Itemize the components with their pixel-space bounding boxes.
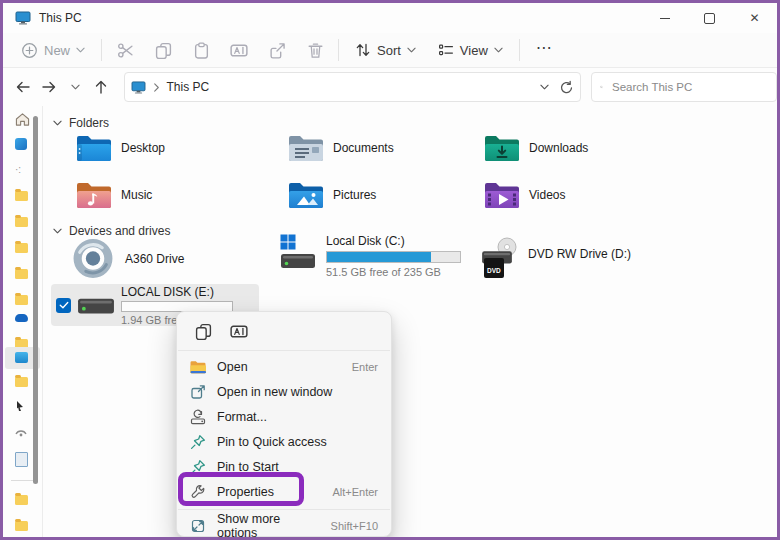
this-pc-app-icon	[15, 11, 31, 25]
paste-button[interactable]	[186, 37, 216, 63]
folder-tile-label: Desktop	[121, 141, 165, 155]
forward-icon	[41, 79, 57, 95]
delete-button[interactable]	[300, 37, 330, 63]
menu-item-format[interactable]: Format...	[177, 404, 391, 429]
sidebar-item-folder[interactable]	[15, 240, 31, 254]
minimize-button[interactable]	[642, 3, 687, 33]
chevron-down-icon	[494, 47, 503, 53]
rename-button[interactable]	[224, 37, 254, 63]
folders-section-header[interactable]: Folders	[53, 116, 109, 130]
drive-tile-a360[interactable]: A360 Drive	[70, 237, 184, 280]
drive-tile-dvd[interactable]: DVD DVD RW Drive (D:)	[481, 237, 631, 271]
folder-tile-documents[interactable]: Documents	[288, 133, 394, 163]
folder-tile-label: Music	[121, 188, 152, 202]
navigation-pane: ·:	[3, 106, 43, 537]
sidebar-item-network[interactable]	[15, 426, 31, 440]
sidebar-item-folder[interactable]	[15, 188, 31, 202]
search-input[interactable]	[610, 80, 768, 94]
sidebar-item-folder[interactable]	[15, 292, 31, 306]
address-bar[interactable]: This PC	[124, 72, 582, 102]
sidebar-item-more[interactable]: ·:	[15, 164, 31, 178]
close-button[interactable]: ✕	[732, 3, 777, 33]
up-icon	[93, 79, 109, 95]
sidebar-item-folder[interactable]	[15, 266, 31, 280]
menu-item-show-more-options[interactable]: Show more options Shift+F10	[177, 513, 391, 538]
address-dropdown-icon[interactable]	[540, 84, 549, 90]
menu-item-open[interactable]: Open Enter	[177, 354, 391, 379]
menu-separator	[178, 509, 390, 510]
search-icon	[600, 80, 603, 94]
paste-icon	[193, 42, 210, 59]
search-box[interactable]	[591, 72, 777, 102]
this-pc-icon	[131, 81, 146, 94]
copy-icon	[155, 42, 172, 59]
drive-tile-label: DVD RW Drive (D:)	[528, 247, 631, 261]
back-button[interactable]	[11, 74, 35, 100]
copy-button[interactable]	[148, 37, 178, 63]
cursor-icon	[15, 400, 25, 412]
chevron-down-icon	[407, 47, 416, 53]
sort-button[interactable]: Sort	[347, 38, 424, 62]
folder-tile-downloads[interactable]: Downloads	[484, 133, 588, 163]
menu-item-label: Open in new window	[217, 385, 367, 399]
breadcrumb-chevron-icon	[153, 83, 160, 92]
drive-tile-label: A360 Drive	[125, 252, 184, 266]
toolbar-divider	[338, 39, 339, 61]
drive-tile-c[interactable]: Local Disk (C:) 51.5 GB free of 235 GB	[279, 234, 461, 278]
menu-item-open-in-new-window[interactable]: Open in new window	[177, 379, 391, 404]
copy-button[interactable]	[189, 319, 217, 343]
toolbar-divider	[101, 39, 102, 61]
new-button-label: New	[44, 43, 70, 58]
folder-tile-pictures[interactable]: Pictures	[288, 180, 376, 210]
view-button[interactable]: View	[430, 38, 511, 62]
share-button[interactable]	[262, 37, 292, 63]
folder-tile-label: Pictures	[333, 188, 376, 202]
rename-icon	[230, 41, 248, 59]
up-button[interactable]	[89, 74, 113, 100]
sidebar-item-folder[interactable]	[15, 518, 31, 532]
rename-button[interactable]	[225, 319, 253, 343]
drive-info: Local Disk (C:) 51.5 GB free of 235 GB	[326, 234, 461, 278]
new-button[interactable]: New	[13, 38, 93, 63]
context-menu-quick-actions	[177, 312, 391, 347]
sidebar-item-library[interactable]	[15, 452, 31, 466]
forward-button[interactable]	[37, 74, 61, 100]
devices-section-header[interactable]: Devices and drives	[53, 224, 170, 238]
sidebar-item-cursor[interactable]	[15, 400, 31, 414]
selection-checkbox[interactable]	[56, 298, 71, 313]
cut-icon	[117, 42, 134, 59]
see-more-button[interactable]: ⋯	[528, 38, 560, 63]
sidebar-item-folder[interactable]	[15, 492, 31, 506]
folder-tile-desktop[interactable]: Desktop	[76, 133, 165, 163]
folder-tile-music[interactable]: Music	[76, 180, 152, 210]
folder-tile-videos[interactable]: Videos	[484, 180, 565, 210]
menu-separator	[178, 350, 390, 351]
sidebar-item-home[interactable]	[15, 112, 31, 126]
window-controls: ✕	[642, 3, 777, 33]
sidebar-item-onedrive[interactable]	[15, 314, 31, 328]
sidebar-scrollbar[interactable]	[33, 116, 38, 484]
new-window-icon	[190, 384, 206, 400]
breadcrumb-location[interactable]: This PC	[167, 80, 210, 94]
menu-item-pin-to-quick-access[interactable]: Pin to Quick access	[177, 429, 391, 454]
folder-icon	[15, 495, 28, 505]
documents-folder-icon	[288, 133, 324, 163]
drive-tile-label: Local Disk (C:)	[326, 234, 461, 248]
pictures-folder-icon	[288, 180, 324, 210]
devices-section-label: Devices and drives	[69, 224, 170, 238]
cut-button[interactable]	[110, 37, 140, 63]
folder-tile-label: Videos	[529, 188, 565, 202]
breadcrumb: This PC	[131, 80, 541, 94]
window-title: This PC	[39, 11, 82, 25]
maximize-button[interactable]	[687, 3, 732, 33]
toolbar-divider	[519, 39, 520, 61]
refresh-icon[interactable]	[559, 80, 574, 95]
minimize-icon	[660, 18, 670, 19]
sort-button-label: Sort	[377, 43, 401, 58]
recent-locations-button[interactable]	[63, 74, 87, 100]
folder-tile-label: Documents	[333, 141, 394, 155]
sidebar-item-folder[interactable]	[15, 214, 31, 228]
sidebar-item-folder[interactable]	[15, 374, 31, 388]
maximize-icon	[704, 13, 715, 24]
sidebar-item-gallery[interactable]	[15, 138, 31, 152]
